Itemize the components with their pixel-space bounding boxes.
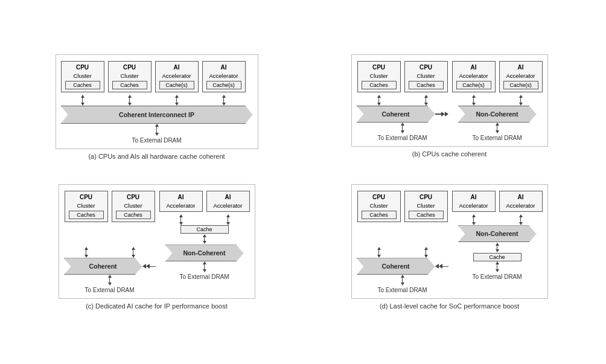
ai-cache-c: Cache xyxy=(180,225,229,234)
cluster-ai2-b: AI Accelerator Cache(s) xyxy=(499,61,543,92)
diagram-c: CPU Cluster Caches CPU Cluster Caches xyxy=(13,178,300,316)
clusters-row-a: CPU Cluster Caches CPU Cluster Caches AI… xyxy=(61,61,253,92)
banner-b-noncoherent: Non-Coherent xyxy=(458,106,537,123)
ai2-cache: Cache(s) xyxy=(206,81,241,89)
cpu2-sub: Cluster xyxy=(120,73,138,79)
cluster-ai1-c: AI Accelerator xyxy=(159,191,203,212)
diagram-d: CPU Cluster Caches CPU Cluster Caches xyxy=(306,178,593,316)
vert-arrows-a xyxy=(61,95,253,106)
caption-c: (c) Dedicated AI cache for IP performanc… xyxy=(86,302,228,310)
banner-a: Coherent Interconnect IP xyxy=(61,106,253,124)
ai1-title: AI xyxy=(174,64,180,71)
ai1-sub: Accelerator xyxy=(162,73,191,79)
cluster-ai2-d: AI Accelerator xyxy=(499,191,543,212)
cluster-cpu2-d: CPU Cluster Caches xyxy=(404,191,448,222)
cluster-ai1-d: AI Accelerator xyxy=(452,191,496,212)
diagram-a: CPU Cluster Caches CPU Cluster Caches AI… xyxy=(13,48,300,166)
cpu1-title: CPU xyxy=(76,64,89,71)
caption-a: (a) CPUs and AIs all hardware cache cohe… xyxy=(88,153,225,160)
clusters-row-b-right: AI Accelerator Cache(s) AI Accelerator C… xyxy=(452,61,543,92)
clusters-row-b-left: CPU Cluster Caches CPU Cluster Caches xyxy=(357,61,448,92)
cluster-cpu2-b: CPU Cluster Caches xyxy=(404,61,448,92)
cluster-cpu1-a: CPU Cluster Caches xyxy=(61,61,104,92)
caption-b: (b) CPUs cache coherent xyxy=(412,150,487,158)
cluster-ai2-a: AI Accelerator Cache(s) xyxy=(202,61,246,92)
cluster-cpu2-a: CPU Cluster Caches xyxy=(108,61,152,92)
diagram-b: CPU Cluster Caches CPU Cluster Caches xyxy=(306,48,593,166)
banner-d-coherent: Coherent xyxy=(357,258,435,275)
shared-cache-d: Cache xyxy=(473,253,521,261)
banner-d-noncoherent: Non-Coherent xyxy=(458,225,537,242)
cluster-ai1-b: AI Accelerator Cache(s) xyxy=(452,61,496,92)
banner-b-coherent: Coherent xyxy=(357,106,435,123)
ai2-title: AI xyxy=(221,64,227,71)
cpu2-cache: Caches xyxy=(112,81,147,89)
main-container: CPU Cluster Caches CPU Cluster Caches AI… xyxy=(13,48,593,316)
cluster-cpu1-d: CPU Cluster Caches xyxy=(357,191,401,222)
banner-c-noncoherent: Non-Coherent xyxy=(165,244,244,261)
cluster-cpu2-c: CPU Cluster Caches xyxy=(112,191,155,222)
dram-label-a: To External DRAM xyxy=(132,137,181,144)
cluster-cpu1-b: CPU Cluster Caches xyxy=(357,61,401,92)
cluster-ai1-a: AI Accelerator Cache(s) xyxy=(155,61,199,92)
ai1-cache: Cache(s) xyxy=(159,81,194,89)
ai2-sub: Accelerator xyxy=(209,73,238,79)
cpu1-sub: Cluster xyxy=(73,73,91,79)
cluster-cpu1-c: CPU Cluster Caches xyxy=(65,191,108,222)
dram-arrow-a xyxy=(155,124,159,136)
banner-c-coherent: Coherent xyxy=(64,258,142,275)
caption-d: (d) Last-level cache for SoC performance… xyxy=(380,302,519,310)
cpu2-title: CPU xyxy=(123,64,136,71)
cluster-ai2-c: AI Accelerator xyxy=(206,191,250,212)
cpu1-cache: Caches xyxy=(65,81,100,89)
